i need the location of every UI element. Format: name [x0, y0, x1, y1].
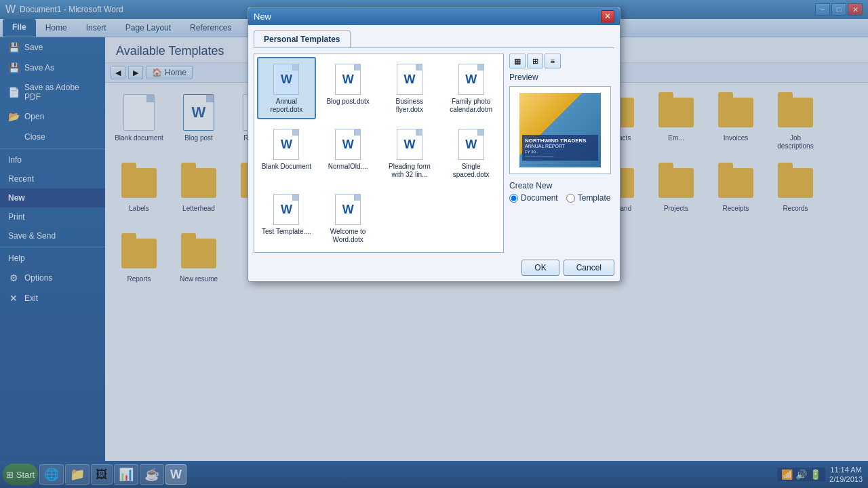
blank-doc-dialog-label: Blank Document — [262, 163, 311, 171]
preview-doc-title: NORTHWIND TRADERS — [525, 138, 595, 144]
ok-button[interactable]: OK — [521, 260, 559, 276]
dialog-title: New — [254, 12, 271, 22]
annual-report-icon: W — [271, 62, 301, 96]
create-document-label: Document — [521, 193, 558, 203]
create-template-label: Template — [578, 193, 611, 203]
welcome-word-icon: W — [333, 192, 363, 226]
template-single-spaced[interactable]: W Single spaced.dotx — [441, 122, 500, 184]
dialog-template-grid: W Annual report.dotx W — [257, 57, 500, 249]
welcome-word-label: Welcome to Word.dotx — [323, 228, 374, 244]
preview-label: Preview — [509, 73, 614, 82]
single-spaced-icon: W — [456, 127, 486, 161]
business-flyer-label: Business flyer.dotx — [384, 98, 435, 114]
create-new-label: Create New — [509, 181, 614, 190]
create-new-section: Create New Document Template — [509, 181, 614, 203]
template-blog-post-dialog[interactable]: W Blog post.dotx — [319, 57, 378, 119]
dialog-template-area: W Annual report.dotx W — [254, 54, 504, 253]
dialog-overlay: New ✕ Personal Templates W — [0, 0, 868, 488]
view-list-button[interactable]: ≡ — [545, 54, 561, 68]
create-template-radio[interactable] — [566, 194, 575, 203]
create-document-option[interactable]: Document — [509, 193, 558, 203]
create-document-radio[interactable] — [509, 194, 518, 203]
create-template-option[interactable]: Template — [566, 193, 611, 203]
normal-old-icon: W — [333, 127, 363, 161]
cancel-button[interactable]: Cancel — [564, 260, 614, 276]
test-template-icon: W — [271, 192, 301, 226]
dialog-buttons: OK Cancel — [254, 260, 614, 276]
dialog-tab-personal[interactable]: Personal Templates — [254, 30, 351, 47]
template-test-template[interactable]: W Test Template.... — [257, 187, 316, 249]
business-flyer-icon: W — [395, 62, 425, 96]
normal-old-label: NormalOld.... — [328, 163, 368, 171]
template-normal-old[interactable]: W NormalOld.... — [319, 122, 378, 184]
pleading-form-icon: W — [395, 127, 425, 161]
family-photo-label: Family photo calendar.dotm — [446, 98, 496, 114]
dialog-content: W Annual report.dotx W — [254, 54, 614, 253]
template-annual-report[interactable]: W Annual report.dotx — [257, 57, 316, 119]
single-spaced-label: Single spaced.dotx — [446, 163, 496, 179]
blog-post-dialog-label: Blog post.dotx — [326, 98, 369, 106]
preview-doc-text: NORTHWIND TRADERS ANNUAL REPORT FY 20.. … — [522, 135, 598, 161]
create-new-options: Document Template — [509, 193, 614, 203]
dialog-close-button[interactable]: ✕ — [601, 10, 614, 22]
preview-toolbar: ▦ ⊞ ≡ — [509, 54, 614, 68]
template-blank-doc-dialog[interactable]: W Blank Document — [257, 122, 316, 184]
template-pleading-form[interactable]: W Pleading form with 32 lin... — [380, 122, 439, 184]
preview-doc-subtitle: ANNUAL REPORT — [525, 144, 595, 148]
template-business-flyer[interactable]: W Business flyer.dotx — [380, 57, 439, 119]
new-dialog: New ✕ Personal Templates W — [248, 7, 620, 282]
dialog-body: Personal Templates W Annual report. — [248, 25, 620, 281]
dialog-tabs: Personal Templates — [254, 30, 614, 48]
test-template-label: Test Template.... — [262, 228, 311, 236]
preview-image: NORTHWIND TRADERS ANNUAL REPORT FY 20.. … — [509, 86, 611, 174]
blank-doc-dialog-icon: W — [271, 127, 301, 161]
family-photo-icon: W — [456, 62, 486, 96]
template-family-photo[interactable]: W Family photo calendar.dotm — [441, 57, 500, 119]
dialog-titlebar: New ✕ — [248, 7, 620, 25]
view-small-icon-button[interactable]: ⊞ — [527, 54, 543, 68]
annual-report-label: Annual report.dotx — [261, 98, 312, 114]
view-large-icon-button[interactable]: ▦ — [509, 54, 526, 68]
preview-doc-visual: NORTHWIND TRADERS ANNUAL REPORT FY 20.. … — [519, 93, 601, 167]
template-welcome-word[interactable]: W Welcome to Word.dotx — [319, 187, 378, 249]
preview-panel: ▦ ⊞ ≡ Preview NORTHWIND TRADERS ANNUAL R… — [509, 54, 614, 253]
blog-post-dialog-icon: W — [333, 62, 363, 96]
pleading-form-label: Pleading form with 32 lin... — [384, 163, 435, 179]
